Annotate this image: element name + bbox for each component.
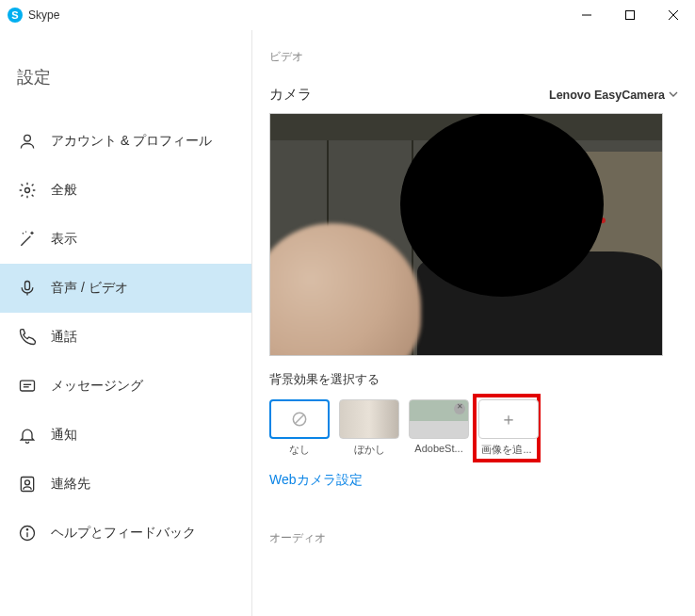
sidebar-item-help[interactable]: ヘルプとフィードバック	[0, 509, 251, 558]
account-icon	[17, 132, 38, 151]
bg-option-adobe[interactable]: AdobeSt...	[409, 399, 469, 454]
camera-dropdown[interactable]: Lenovo EasyCamera	[549, 89, 678, 102]
message-icon	[17, 377, 38, 396]
background-effect-label: 背景効果を選択する	[269, 371, 678, 388]
svg-point-14	[26, 529, 27, 530]
info-icon	[17, 524, 38, 543]
sidebar-item-label: 連絡先	[51, 476, 90, 493]
sidebar-item-account[interactable]: アカウント & プロフィール	[0, 117, 251, 166]
svg-line-16	[295, 414, 304, 424]
sidebar-item-notifications[interactable]: 通知	[0, 411, 251, 460]
add-image-thumb: ＋	[478, 399, 539, 439]
sidebar-item-label: 通知	[51, 427, 77, 444]
bg-option-add-image[interactable]: ＋ 画像を追...	[477, 397, 537, 459]
sidebar-item-calling[interactable]: 通話	[0, 313, 251, 362]
mic-icon	[17, 279, 38, 298]
sidebar-item-label: メッセージング	[51, 378, 143, 395]
sidebar-item-audio-video[interactable]: 音声 / ビデオ	[0, 264, 251, 313]
sidebar-item-label: ヘルプとフィードバック	[51, 525, 196, 542]
sidebar-item-label: 通話	[51, 329, 77, 346]
gear-icon	[17, 181, 38, 200]
bg-caption: 画像を追...	[478, 443, 535, 457]
app-title: Skype	[28, 8, 59, 22]
plus-icon: ＋	[500, 408, 517, 430]
sidebar-item-label: アカウント & プロフィール	[51, 133, 212, 150]
wand-icon	[17, 230, 38, 249]
bell-icon	[17, 426, 38, 445]
background-options: なし ぼかし AdobeSt... ＋ 画像を追...	[269, 399, 678, 457]
bg-caption: AdobeSt...	[409, 443, 469, 454]
bg-caption: ぼかし	[339, 443, 399, 457]
maximize-button[interactable]	[608, 0, 652, 30]
phone-icon	[17, 328, 38, 347]
titlebar: S Skype	[0, 0, 695, 30]
settings-title: 設定	[0, 58, 251, 117]
settings-sidebar: 設定 アカウント & プロフィール 全般 表示 音声 / ビデオ	[0, 30, 252, 616]
bg-option-blur[interactable]: ぼかし	[339, 399, 399, 457]
bg-caption: なし	[269, 443, 330, 457]
audio-section-label: オーディオ	[269, 530, 678, 546]
main-pane: ビデオ カメラ Lenovo EasyCamera 背景効果を選択する	[252, 30, 695, 616]
camera-label: カメラ	[269, 86, 312, 104]
sidebar-item-appearance[interactable]: 表示	[0, 215, 251, 264]
skype-logo-icon: S	[8, 8, 23, 23]
video-section-label: ビデオ	[269, 49, 678, 65]
camera-value: Lenovo EasyCamera	[549, 89, 665, 102]
svg-rect-1	[626, 11, 635, 20]
blur-thumb	[339, 399, 399, 439]
svg-point-4	[24, 135, 31, 141]
sidebar-item-general[interactable]: 全般	[0, 166, 251, 215]
none-thumb	[269, 399, 330, 439]
webcam-settings-link-text: Webカメラ設定	[269, 472, 363, 487]
close-button[interactable]	[652, 0, 695, 30]
sidebar-item-label: 表示	[51, 231, 77, 248]
contacts-icon	[17, 475, 38, 494]
svg-rect-6	[25, 282, 30, 290]
sidebar-item-label: 全般	[51, 182, 77, 199]
sidebar-item-messaging[interactable]: メッセージング	[0, 362, 251, 411]
svg-point-11	[25, 480, 30, 485]
svg-rect-7	[21, 381, 35, 391]
camera-preview	[269, 113, 663, 356]
sidebar-item-contacts[interactable]: 連絡先	[0, 460, 251, 509]
svg-point-5	[25, 188, 30, 193]
sidebar-item-label: 音声 / ビデオ	[51, 280, 128, 297]
adobe-thumb	[409, 399, 469, 439]
bg-option-none[interactable]: なし	[269, 399, 330, 457]
webcam-settings-link[interactable]: Webカメラ設定	[269, 472, 678, 489]
chevron-down-icon	[669, 89, 678, 102]
minimize-button[interactable]	[565, 0, 608, 30]
